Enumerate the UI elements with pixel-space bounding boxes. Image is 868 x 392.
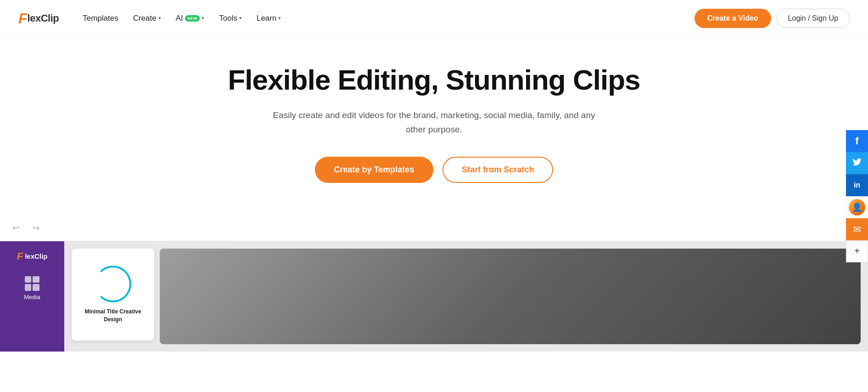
create-video-button[interactable]: Create a Video [694, 9, 771, 28]
editor-sidebar: F lexClip Media [0, 241, 64, 352]
editor-toolbar: ↩ ↪ [0, 215, 868, 241]
undo-button[interactable]: ↩ [9, 222, 22, 234]
nav-actions: Create a Video Login / Sign Up [694, 9, 850, 28]
nav-item-create[interactable]: Create ▾ [128, 10, 167, 27]
twitter-icon [852, 157, 862, 169]
logo[interactable]: F lexClip [18, 11, 59, 26]
plus-icon: + [854, 246, 860, 256]
user-avatar-button[interactable]: 👤 [846, 196, 868, 218]
nav-templates-label: Templates [83, 14, 118, 23]
nav-create-label: Create [133, 14, 157, 23]
navbar: F lexClip Templates Create ▾ AI NEW ▾ To… [0, 0, 868, 37]
redo-button[interactable]: ↪ [29, 222, 42, 234]
sidebar-media-label: Media [24, 294, 40, 301]
twitter-share-button[interactable] [846, 152, 868, 174]
undo-icon: ↩ [12, 223, 19, 233]
nav-links: Templates Create ▾ AI NEW ▾ Tools ▾ Lear… [77, 10, 694, 27]
email-share-button[interactable]: ✉ [846, 218, 868, 240]
nav-item-learn[interactable]: Learn ▾ [251, 10, 286, 27]
editor-body: F lexClip Media Minimal Title Creative D… [0, 241, 868, 352]
login-signup-button[interactable]: Login / Sign Up [777, 9, 850, 28]
nav-item-tools[interactable]: Tools ▾ [213, 10, 247, 27]
create-by-templates-button[interactable]: Create by Templates [315, 157, 434, 183]
editor-canvas-area: Minimal Title Creative Design [64, 241, 868, 352]
tools-chevron-icon: ▾ [239, 15, 242, 21]
facebook-share-button[interactable]: f [846, 130, 868, 152]
sidebar-logo-text: lexClip [25, 252, 47, 260]
mail-icon: ✉ [853, 224, 861, 235]
hero-buttons: Create by Templates Start from Scratch [315, 157, 554, 183]
avatar-image: 👤 [849, 199, 865, 216]
canvas-thumbnail[interactable]: Minimal Title Creative Design [72, 249, 154, 341]
sidebar-item-media[interactable]: Media [24, 276, 40, 301]
nav-tools-label: Tools [219, 14, 237, 23]
start-from-scratch-button[interactable]: Start from Scratch [442, 157, 553, 183]
ai-badge-wrap: AI NEW [176, 14, 200, 23]
sidebar-logo-f: F [17, 250, 23, 262]
nav-item-ai[interactable]: AI NEW ▾ [170, 10, 210, 27]
hero-title: Flexible Editing, Stunning Clips [228, 64, 640, 96]
canvas-main-preview[interactable] [160, 249, 861, 344]
create-chevron-icon: ▾ [158, 15, 161, 21]
thumbnail-title-text: Minimal Title Creative Design [81, 308, 145, 324]
canvas-main-visual [160, 249, 861, 344]
logo-f-letter: F [18, 11, 28, 26]
media-grid-icon [25, 276, 39, 291]
learn-chevron-icon: ▾ [278, 15, 281, 21]
nav-ai-label: AI [176, 14, 183, 23]
redo-icon: ↪ [33, 223, 39, 233]
hero-section: Flexible Editing, Stunning Clips Easily … [0, 37, 868, 201]
ai-chevron-icon: ▾ [202, 15, 204, 21]
linkedin-share-button[interactable]: in [846, 174, 868, 196]
logo-text: lexClip [28, 12, 59, 24]
nav-learn-label: Learn [257, 14, 276, 23]
hero-subtitle: Easily create and edit videos for the br… [269, 108, 599, 136]
editor-preview: ↩ ↪ F lexClip Media Minimal Title Creati… [0, 215, 868, 352]
social-sidebar: f in 👤 ✉ + [846, 130, 868, 262]
add-more-button[interactable]: + [846, 240, 868, 262]
facebook-icon: f [855, 135, 858, 147]
thumbnail-circle-graphic [95, 266, 131, 302]
linkedin-icon: in [854, 181, 860, 189]
ai-new-badge: NEW [185, 15, 200, 22]
nav-item-templates[interactable]: Templates [77, 10, 123, 27]
editor-sidebar-logo: F lexClip [17, 250, 48, 262]
